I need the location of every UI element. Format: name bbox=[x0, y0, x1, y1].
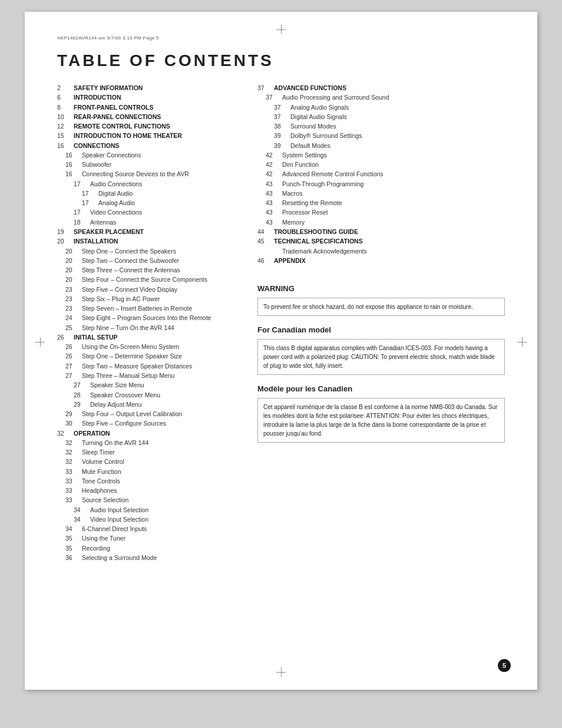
toc-item-label: Step Three – Manual Setup Menu bbox=[82, 371, 174, 380]
toc-item-label: ADVANCED FUNCTIONS bbox=[274, 83, 346, 93]
toc-item-label: Resetting the Remote bbox=[282, 198, 342, 207]
toc-page-number: 35 bbox=[65, 533, 82, 543]
list-item: 20Step Three – Connect the Antennas bbox=[57, 265, 240, 275]
list-item: 10REAR-PANEL CONNECTIONS bbox=[57, 112, 240, 121]
toc-item-label: Selecting a Surround Mode bbox=[82, 553, 157, 562]
page-number: 5 bbox=[498, 659, 511, 672]
list-item: 16CONNECTIONS bbox=[57, 141, 240, 150]
list-item: 2SAFETY INFORMATION bbox=[57, 83, 240, 93]
toc-page-number: 2 bbox=[57, 83, 74, 93]
toc-page-number: 8 bbox=[57, 103, 74, 112]
list-item: 346-Channel Direct Inputs bbox=[57, 524, 240, 533]
toc-item-label: INTRODUCTION TO HOME THEATER bbox=[74, 131, 182, 140]
toc-item-label: Punch-Through Programming bbox=[282, 179, 363, 189]
list-item: 20INSTALLATION bbox=[57, 236, 240, 246]
list-item: 17Analog Audio bbox=[57, 198, 240, 207]
toc-wrapper: 2SAFETY INFORMATION6INTRODUCTION8FRONT-P… bbox=[57, 83, 505, 562]
toc-item-label: Step Five – Connect Video Display bbox=[82, 285, 177, 294]
list-item: 37Digital Audio Signals bbox=[257, 112, 505, 121]
list-item: 33Headphones bbox=[57, 486, 240, 495]
warning-box: To prevent fire or shock hazard, do not … bbox=[257, 298, 505, 316]
toc-item-label: Surround Modes bbox=[290, 121, 336, 131]
toc-page-number: 27 bbox=[74, 380, 90, 390]
list-item: 16Speaker Connections bbox=[57, 150, 240, 160]
toc-page-number: 24 bbox=[65, 313, 82, 322]
toc-page-number: 28 bbox=[74, 390, 90, 400]
toc-page-number: 27 bbox=[65, 361, 82, 371]
list-item: 12REMOTE CONTROL FUNCTIONS bbox=[57, 121, 240, 131]
toc-item-label: REAR-PANEL CONNECTIONS bbox=[74, 112, 161, 121]
list-item: 6INTRODUCTION bbox=[57, 93, 240, 102]
list-item: 46APPENDIX bbox=[257, 256, 505, 265]
list-item: 37ADVANCED FUNCTIONS bbox=[257, 83, 505, 93]
toc-page-number: 23 bbox=[65, 294, 82, 304]
french-model-box: Cet appareil numérique de la classe B es… bbox=[257, 398, 505, 443]
toc-page-number: 32 bbox=[65, 457, 82, 466]
toc-item-label: Audio Input Selection bbox=[90, 505, 148, 515]
list-item: 32Volume Control bbox=[57, 457, 240, 466]
list-item: 43Macros bbox=[257, 189, 505, 198]
toc-item-label: Step Two – Measure Speaker Distances bbox=[82, 361, 192, 371]
list-item: 20Step One – Connect the Speakers bbox=[57, 246, 240, 256]
toc-item-label: Connecting Source Devices to the AVR bbox=[82, 169, 189, 179]
toc-page-number: 43 bbox=[266, 198, 282, 207]
toc-item-label: Speaker Crossover Menu bbox=[90, 390, 160, 400]
toc-page-number: 17 bbox=[82, 189, 98, 198]
toc-page-number: 44 bbox=[257, 227, 274, 236]
toc-item-label: TROUBLESHOOTING GUIDE bbox=[274, 227, 358, 236]
toc-page-number: 32 bbox=[65, 447, 82, 457]
list-item: 28Speaker Crossover Menu bbox=[57, 390, 240, 400]
toc-item-label: CONNECTIONS bbox=[74, 141, 120, 150]
list-item: 25Step Nine – Turn On the AVR 144 bbox=[57, 323, 240, 332]
toc-item-label: Sleep Timer bbox=[82, 447, 115, 457]
toc-page-number: 23 bbox=[65, 285, 82, 294]
crosshair-right bbox=[517, 337, 527, 347]
canadian-model-box: This class B digital apparatus complies … bbox=[257, 339, 505, 375]
toc-item-label: Step Nine – Turn On the AVR 144 bbox=[82, 323, 174, 332]
toc-item-label: Recording bbox=[82, 543, 110, 553]
toc-page-number: 43 bbox=[266, 207, 282, 217]
list-item: 29Delay Adjust Menu bbox=[57, 400, 240, 409]
toc-page-number: 39 bbox=[274, 141, 290, 150]
toc-page-number: 27 bbox=[65, 371, 82, 380]
list-item: 42Advanced Remote Control Functions bbox=[257, 169, 505, 179]
toc-item-label: Tone Controls bbox=[82, 476, 120, 486]
list-item: 35Using the Tuner bbox=[57, 533, 240, 543]
toc-page-number: 26 bbox=[65, 342, 82, 351]
list-item: 23Step Six – Plug in AC Power bbox=[57, 294, 240, 304]
toc-page-number: 18 bbox=[74, 218, 90, 227]
list-item: 32OPERATION bbox=[57, 429, 240, 438]
warning-section: WARNING To prevent fire or shock hazard,… bbox=[257, 283, 505, 443]
crosshair-bottom bbox=[276, 667, 286, 677]
list-item: 16Subwoofer bbox=[57, 160, 240, 169]
toc-item-label: Trademark Acknowledgements bbox=[282, 246, 367, 256]
list-item: 19SPEAKER PLACEMENT bbox=[57, 227, 240, 236]
toc-item-label: Step Eight – Program Sources Into the Re… bbox=[82, 313, 211, 322]
toc-page-number: 16 bbox=[65, 160, 82, 169]
toc-page-number: 33 bbox=[65, 476, 82, 486]
list-item: 33Source Selection bbox=[57, 495, 240, 505]
toc-item-label: SAFETY INFORMATION bbox=[74, 83, 143, 93]
toc-item-label: Step Five – Configure Sources bbox=[82, 419, 166, 428]
list-item: 17Video Connections bbox=[57, 207, 240, 217]
toc-item-label: Step Six – Plug in AC Power bbox=[82, 294, 160, 304]
toc-page-number: 33 bbox=[65, 495, 82, 505]
toc-right-column: 37ADVANCED FUNCTIONS37Audio Processing a… bbox=[257, 83, 505, 562]
toc-item-label: INTRODUCTION bbox=[74, 93, 121, 102]
list-item: 39Default Modes bbox=[257, 141, 505, 150]
list-item: 27Step Three – Manual Setup Menu bbox=[57, 371, 240, 380]
toc-item-label: Digital Audio Signals bbox=[290, 112, 347, 121]
toc-page-number: 43 bbox=[266, 179, 282, 189]
list-item: 18Antennas bbox=[57, 218, 240, 227]
list-item: 34Video Input Selection bbox=[57, 515, 240, 524]
toc-page-number: 37 bbox=[266, 93, 282, 102]
list-item: 16Connecting Source Devices to the AVR bbox=[57, 169, 240, 179]
toc-item-label: Step Seven – Insert Batteries in Remote bbox=[82, 304, 192, 313]
list-item: 33Tone Controls bbox=[57, 476, 240, 486]
toc-item-label: Step Three – Connect the Antennas bbox=[82, 265, 180, 275]
toc-page-number: 17 bbox=[74, 179, 90, 189]
toc-item-label: Mute Function bbox=[82, 467, 121, 476]
list-item: 15INTRODUCTION TO HOME THEATER bbox=[57, 131, 240, 140]
toc-page-number: 29 bbox=[74, 400, 90, 409]
toc-page-number: 42 bbox=[266, 150, 282, 160]
